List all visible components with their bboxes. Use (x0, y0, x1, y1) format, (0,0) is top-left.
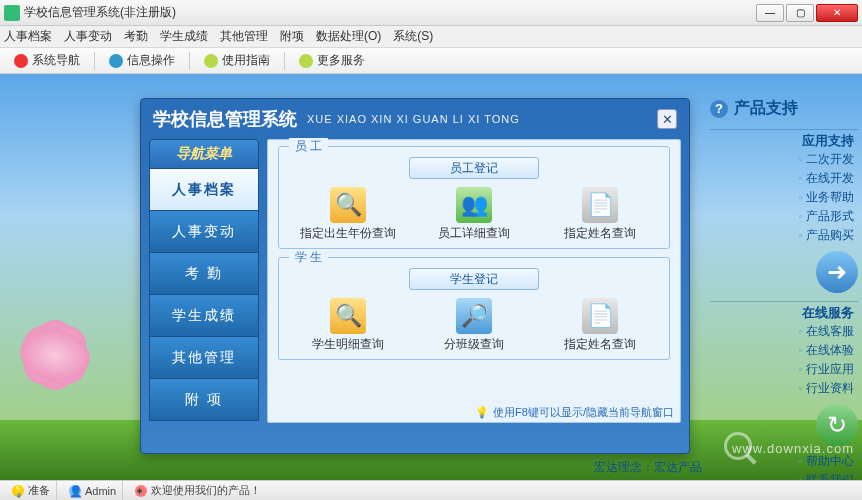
refresh-icon: ↻ (816, 404, 858, 446)
minimize-button[interactable]: — (756, 4, 784, 22)
nav-item-personnel[interactable]: 人事档案 (149, 169, 259, 211)
people-search-icon: 👥 (456, 187, 492, 223)
question-icon: ? (710, 100, 728, 118)
link-item[interactable]: 产品形式 (710, 207, 858, 226)
group-legend: 员 工 (289, 138, 328, 155)
toolbar: 系统导航 信息操作 使用指南 更多服务 (0, 48, 862, 74)
toolbar-more-button[interactable]: 更多服务 (293, 50, 371, 71)
menu-item[interactable]: 数据处理(O) (316, 28, 381, 45)
link-item[interactable]: 二次开发 (710, 150, 858, 169)
query-by-class[interactable]: 🔎分班级查询 (419, 298, 529, 353)
group-legend: 学 生 (289, 249, 328, 266)
magnifier-icon: 🔍 (330, 298, 366, 334)
dialog-close-button[interactable]: ✕ (657, 109, 677, 129)
query-birth-year[interactable]: 🔍指定出生年份查询 (293, 187, 403, 242)
menu-item[interactable]: 其他管理 (220, 28, 268, 45)
separator (94, 52, 95, 70)
nav-icon (14, 54, 28, 68)
document-icon: 📄 (582, 298, 618, 334)
search-blue-icon: 🔎 (456, 298, 492, 334)
maximize-button[interactable]: ▢ (786, 4, 814, 22)
menu-item[interactable]: 学生成绩 (160, 28, 208, 45)
dialog-subtitle: XUE XIAO XIN XI GUAN LI XI TONG (307, 113, 520, 125)
menu-bar: 人事档案 人事变动 考勤 学生成绩 其他管理 附项 数据处理(O) 系统(S) (0, 26, 862, 48)
document-icon: 📄 (582, 187, 618, 223)
employee-group: 员 工 员工登记 🔍指定出生年份查询 👥员工详细查询 📄指定姓名查询 (278, 146, 670, 249)
status-ready: 💡准备 (6, 481, 57, 500)
star-icon: ✦ (135, 485, 147, 497)
student-register-button[interactable]: 学生登记 (409, 268, 539, 290)
info-icon (109, 54, 123, 68)
nav-item-other[interactable]: 其他管理 (149, 337, 259, 379)
menu-item[interactable]: 人事档案 (4, 28, 52, 45)
guide-icon (204, 54, 218, 68)
query-by-name[interactable]: 📄指定姓名查询 (545, 187, 655, 242)
dialog-title: 学校信息管理系统 (153, 107, 297, 131)
link-item[interactable]: 产品购买 (710, 226, 858, 245)
right-panel: ? 产品支持 应用支持 二次开发 在线开发 业务帮助 产品形式 产品购买 ➜ 在… (710, 98, 858, 480)
link-item[interactable]: 在线客服 (710, 322, 858, 341)
link-item[interactable]: 行业应用 (710, 360, 858, 379)
main-panel: 员 工 员工登记 🔍指定出生年份查询 👥员工详细查询 📄指定姓名查询 学 生 学… (267, 139, 681, 423)
query-employee-detail[interactable]: 👥员工详细查询 (419, 187, 529, 242)
arrow-icon: ➜ (816, 251, 858, 293)
link-item[interactable]: 联系我们 (710, 471, 858, 480)
menu-item[interactable]: 附项 (280, 28, 304, 45)
toolbar-nav-button[interactable]: 系统导航 (8, 50, 86, 71)
link-item[interactable]: 在线开发 (710, 169, 858, 188)
section-header: 应用支持 (710, 129, 858, 150)
slogan-text: 宏达理念：宏达产品 (594, 459, 702, 476)
flower-decoration (0, 280, 140, 440)
content-area: 学校信息管理系统 XUE XIAO XIN XI GUAN LI XI TONG… (0, 74, 862, 480)
close-button[interactable]: ✕ (816, 4, 858, 22)
employee-register-button[interactable]: 员工登记 (409, 157, 539, 179)
menu-item[interactable]: 系统(S) (393, 28, 433, 45)
nav-item-extra[interactable]: 附 项 (149, 379, 259, 421)
right-panel-title: ? 产品支持 (710, 98, 858, 119)
app-icon (4, 5, 20, 21)
dialog-title-bar: 学校信息管理系统 XUE XIAO XIN XI GUAN LI XI TONG… (141, 99, 689, 139)
menu-item[interactable]: 人事变动 (64, 28, 112, 45)
lightbulb-icon: 💡 (475, 406, 489, 419)
query-student-detail[interactable]: 🔍学生明细查询 (293, 298, 403, 353)
link-item[interactable]: 在线体验 (710, 341, 858, 360)
query-student-name[interactable]: 📄指定姓名查询 (545, 298, 655, 353)
more-icon (299, 54, 313, 68)
window-title: 学校信息管理系统(非注册版) (24, 4, 756, 21)
nav-item-changes[interactable]: 人事变动 (149, 211, 259, 253)
magnifier-icon: 🔍 (330, 187, 366, 223)
f8-hint: 💡 使用F8键可以显示/隐藏当前导航窗口 (475, 405, 674, 420)
toolbar-info-button[interactable]: 信息操作 (103, 50, 181, 71)
menu-item[interactable]: 考勤 (124, 28, 148, 45)
link-item[interactable]: 行业资料 (710, 379, 858, 398)
status-bar: 💡准备 👤Admin ✦欢迎使用我们的产品！ (0, 480, 862, 500)
nav-item-grades[interactable]: 学生成绩 (149, 295, 259, 337)
title-bar: 学校信息管理系统(非注册版) — ▢ ✕ (0, 0, 862, 26)
toolbar-guide-button[interactable]: 使用指南 (198, 50, 276, 71)
link-item[interactable]: 业务帮助 (710, 188, 858, 207)
status-welcome: ✦欢迎使用我们的产品！ (129, 481, 267, 500)
support-section: 应用支持 二次开发 在线开发 业务帮助 产品形式 产品购买 ➜ (710, 129, 858, 293)
student-group: 学 生 学生登记 🔍学生明细查询 🔎分班级查询 📄指定姓名查询 (278, 257, 670, 360)
sidebar-nav: 导航菜单 人事档案 人事变动 考 勤 学生成绩 其他管理 附 项 (149, 139, 259, 423)
navigation-dialog: 学校信息管理系统 XUE XIAO XIN XI GUAN LI XI TONG… (140, 98, 690, 454)
status-admin: 👤Admin (63, 481, 123, 500)
section-header: 在线服务 (710, 301, 858, 322)
separator (189, 52, 190, 70)
bulb-icon: 💡 (12, 485, 24, 497)
user-icon: 👤 (69, 485, 81, 497)
nav-header: 导航菜单 (149, 139, 259, 169)
nav-item-attendance[interactable]: 考 勤 (149, 253, 259, 295)
watermark-text: www.downxia.com (732, 441, 854, 456)
separator (284, 52, 285, 70)
